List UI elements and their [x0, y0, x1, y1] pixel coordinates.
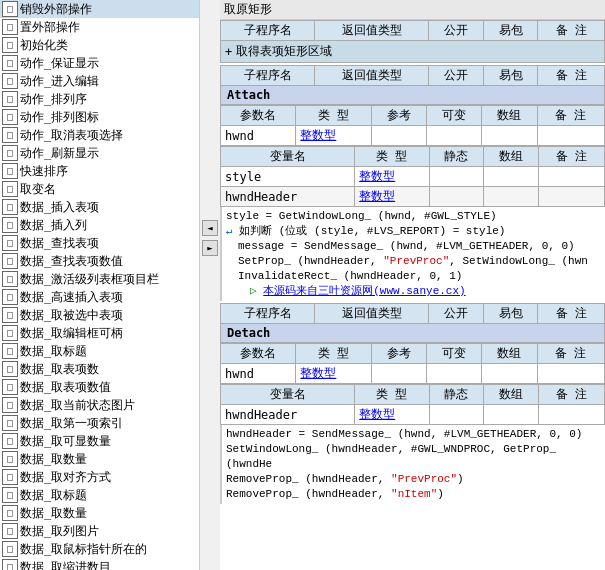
doc-icon: □ [2, 307, 18, 323]
left-panel-item[interactable]: □数据_取对齐方式 [0, 468, 199, 486]
left-panel-item[interactable]: □数据_取列图片 [0, 522, 199, 540]
code-line-1: style = GetWindowLong_ (hwnd, #GWL_STYLE… [226, 209, 601, 224]
var-style-arr [484, 167, 539, 187]
left-panel-item[interactable]: □数据_高速插入表项 [0, 288, 199, 306]
left-panel-item[interactable]: □动作_取消表项选择 [0, 126, 199, 144]
doc-icon: □ [2, 505, 18, 521]
param-col-name: 参数名 [221, 106, 296, 126]
col-sub2: 子程序名 [221, 66, 315, 86]
top-label: 取原矩形 [224, 1, 272, 18]
detach-param-hwnd-type[interactable]: 整数型 [296, 364, 371, 384]
left-item-label: 数据_取数量 [20, 505, 87, 521]
left-panel-item[interactable]: □快速排序 [0, 162, 199, 180]
detach-param-col-note: 备 注 [537, 344, 604, 364]
left-panel-item[interactable]: □销毁外部操作 [0, 0, 199, 18]
left-panel-item[interactable]: □数据_取表项数 [0, 360, 199, 378]
detach-code-block: hwndHeader = SendMessage_ (hwnd, #LVM_GE… [220, 425, 605, 504]
left-panel-item[interactable]: □置外部操作 [0, 18, 199, 36]
left-panel-item[interactable]: □数据_取鼠标指针所在的 [0, 540, 199, 558]
col-public: 公开 [429, 21, 484, 41]
left-item-label: 取变名 [20, 181, 56, 197]
left-panel-item[interactable]: □取变名 [0, 180, 199, 198]
detach-col-ret: 返回值类型 [315, 304, 429, 324]
left-panel-item[interactable]: □数据_插入表项 [0, 198, 199, 216]
attach-var-table: 变量名 类 型 静态 数组 备 注 style 整数型 hwndHeader 整… [220, 146, 605, 207]
left-panel-item[interactable]: □数据_取标题 [0, 342, 199, 360]
left-panel-item[interactable]: □数据_取第一项索引 [0, 414, 199, 432]
param-col-arr: 数组 [482, 106, 537, 126]
doc-icon: □ [2, 73, 18, 89]
left-item-label: 动作_排列序 [20, 91, 87, 107]
detach-var-hwndheader-name: hwndHeader [221, 405, 355, 425]
doc-icon: □ [2, 541, 18, 557]
var-col-type: 类 型 [355, 147, 429, 167]
param-hwnd-note [537, 126, 604, 146]
left-panel-item[interactable]: □数据_取标题 [0, 486, 199, 504]
var-col-note: 备 注 [538, 147, 605, 167]
col-easy: 易包 [483, 21, 538, 41]
code-line-5: InvalidateRect_ (hwndHeader, 0, 1) [226, 269, 601, 284]
param-hwnd-var [427, 126, 482, 146]
left-panel-item[interactable]: □动作_排列序 [0, 90, 199, 108]
detach-col-easy: 易包 [483, 304, 538, 324]
left-item-label: 数据_插入表项 [20, 199, 99, 215]
var-col-static: 静态 [429, 147, 484, 167]
left-panel-item[interactable]: □动作_刷新显示 [0, 144, 199, 162]
left-panel-item[interactable]: □动作_排列图标 [0, 108, 199, 126]
param-hwnd-arr [482, 126, 537, 146]
plus-icon: + [225, 45, 232, 59]
mid-controls: ◄ ► [200, 0, 220, 570]
left-item-label: 数据_取表项数值 [20, 379, 111, 395]
var-hwndheader-type[interactable]: 整数型 [355, 187, 429, 207]
left-panel-item[interactable]: □数据_取被选中表项 [0, 306, 199, 324]
doc-icon: □ [2, 415, 18, 431]
left-panel-item[interactable]: □动作_保证显示 [0, 54, 199, 72]
left-item-label: 快速排序 [20, 163, 68, 179]
var-hwndheader-name: hwndHeader [221, 187, 355, 207]
detach-var-hwndheader-type[interactable]: 整数型 [355, 405, 429, 425]
left-panel-item[interactable]: □数据_插入列 [0, 216, 199, 234]
detach-title-cell: Detach [221, 324, 605, 343]
left-panel-item[interactable]: □数据_取当前状态图片 [0, 396, 199, 414]
param-col-ref: 参考 [371, 106, 426, 126]
left-panel-item[interactable]: □数据_取编辑框可柄 [0, 324, 199, 342]
left-item-label: 数据_取数量 [20, 451, 87, 467]
var-style-static [429, 167, 484, 187]
doc-icon: □ [2, 325, 18, 341]
arrow-left-btn[interactable]: ◄ [202, 220, 218, 236]
doc-icon: □ [2, 145, 18, 161]
left-panel-item[interactable]: □数据_取数量 [0, 450, 199, 468]
left-panel-item[interactable]: □数据_激活级列表框项目栏 [0, 270, 199, 288]
detach-code-line-4: RemoveProp_ (hwndHeader, "nItem") [226, 487, 601, 502]
var-style-type[interactable]: 整数型 [355, 167, 429, 187]
left-item-label: 数据_取表项数 [20, 361, 99, 377]
param-hwnd-ref [371, 126, 426, 146]
var-hwndheader-arr [484, 187, 539, 207]
col-ret2: 返回值类型 [315, 66, 429, 86]
detach-param-hwnd-note [537, 364, 604, 384]
doc-icon: □ [2, 289, 18, 305]
doc-icon: □ [2, 127, 18, 143]
left-item-label: 数据_取当前状态图片 [20, 397, 135, 413]
code-line-3: message = SendMessage_ (hwnd, #LVM_GETHE… [226, 239, 601, 254]
detach-param-col-name: 参数名 [221, 344, 296, 364]
arrow-right-btn[interactable]: ► [202, 240, 218, 256]
left-panel-item[interactable]: □数据_查找表项 [0, 234, 199, 252]
param-hwnd-type[interactable]: 整数型 [296, 126, 371, 146]
detach-var-col-name: 变量名 [221, 385, 355, 405]
left-panel-item[interactable]: □数据_取表项数值 [0, 378, 199, 396]
left-panel-item[interactable]: □数据_取数量 [0, 504, 199, 522]
left-panel-item[interactable]: □数据_查找表项数值 [0, 252, 199, 270]
left-item-label: 数据_取编辑框可柄 [20, 325, 123, 341]
source-link[interactable]: 本源码来自三叶资源网(www.sanye.cx) [263, 285, 465, 297]
left-panel-item[interactable]: □数据_取可显数量 [0, 432, 199, 450]
section1-title[interactable]: + 取得表项矩形区域 [220, 41, 605, 63]
left-panel[interactable]: □销毁外部操作□置外部操作□初始化类□动作_保证显示□动作_进入编辑□动作_排列… [0, 0, 200, 570]
left-panel-item[interactable]: □动作_进入编辑 [0, 72, 199, 90]
left-panel-item[interactable]: □数据_取缩进数目 [0, 558, 199, 570]
detach-col-pub: 公开 [429, 304, 484, 324]
left-item-label: 数据_插入列 [20, 217, 87, 233]
detach-param-hwnd-name: hwnd [221, 364, 296, 384]
left-panel-item[interactable]: □初始化类 [0, 36, 199, 54]
doc-icon: □ [2, 451, 18, 467]
